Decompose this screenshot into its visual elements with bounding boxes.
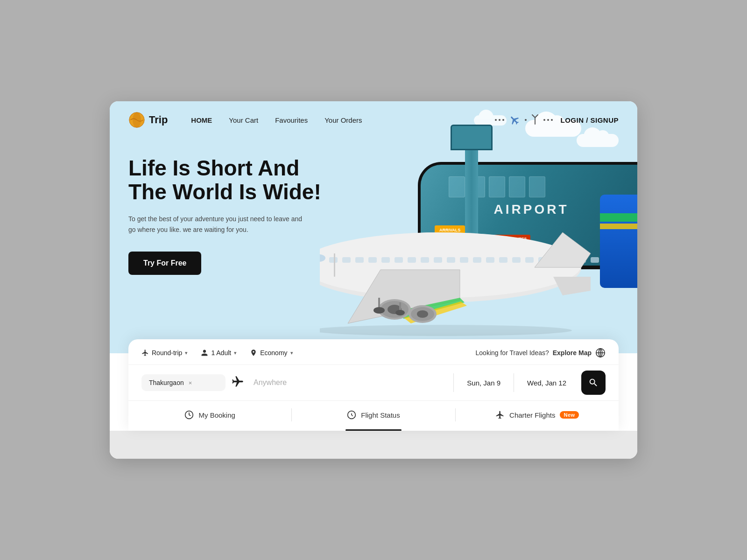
dot-icon [502,119,504,121]
search-panel: Round-trip ▾ 1 Adult ▾ Economy ▾ Looking… [128,339,619,431]
svg-rect-15 [434,257,442,263]
class-chevron: ▾ [290,350,293,356]
hero-title: Life Is Short And The World Is Wide! [128,156,334,203]
airport-illustration: AIRPORT ARRIVALS DOMESTIC DEPARTURES [320,101,637,353]
bottom-tabs: My Booking Flight Status Charter Flights… [128,400,619,431]
route-icon [530,114,540,126]
svg-rect-27 [591,257,599,263]
svg-rect-10 [368,257,377,263]
svg-point-36 [374,307,385,314]
passengers-filter[interactable]: 1 Adult ▾ [201,349,237,357]
logo-icon [128,112,145,128]
cloud-2 [577,134,619,147]
svg-rect-16 [447,257,455,263]
filters-row: Round-trip ▾ 1 Adult ▾ Economy ▾ Looking… [128,339,619,365]
navbar: Trip HOME Your Cart Favourites Your Orde… [110,101,637,128]
nav-cart[interactable]: Your Cart [229,116,258,124]
clear-from-button[interactable]: × [189,379,192,386]
try-free-button[interactable]: Try For Free [128,252,201,275]
booking-icon [184,410,194,420]
nav-right: LOGIN / SIGNUP [495,114,619,126]
globe-icon [595,348,606,358]
dot-icon [543,119,545,121]
svg-rect-20 [499,257,507,263]
dot-icon [499,119,500,121]
search-bar: Thakurgaon × Anywhere Sun, Jan 9 Wed, Ja… [128,365,619,400]
nav-links: HOME Your Cart Favourites Your Orders [191,116,495,124]
nav-home[interactable]: HOME [191,116,212,124]
svg-point-34 [417,310,428,318]
tab-flight-status[interactable]: Flight Status [292,407,455,422]
hero-content: Life Is Short And The World Is Wide! To … [110,128,352,275]
tab-my-booking[interactable]: My Booking [128,407,291,422]
svg-rect-21 [512,257,521,263]
new-badge: New [560,411,578,419]
svg-rect-13 [408,257,416,263]
depart-date[interactable]: Sun, Jan 9 [458,374,510,392]
airplane-body [320,188,637,339]
svg-rect-11 [381,257,390,263]
dot-icon [495,119,497,121]
svg-rect-12 [395,257,403,263]
hero-subtitle: To get the best of your adventure you ju… [128,214,306,235]
plane-icon [507,112,523,128]
dot-icon [547,119,549,121]
from-value: Thakurgaon [149,379,184,386]
svg-rect-18 [473,257,481,263]
from-field[interactable]: Thakurgaon × [141,374,226,391]
login-button[interactable]: LOGIN / SIGNUP [560,116,619,124]
return-date[interactable]: Wed, Jan 12 [518,374,576,392]
svg-rect-22 [525,257,534,263]
charter-icon [495,410,505,420]
hero-section: Trip HOME Your Cart Favourites Your Orde… [110,101,637,353]
svg-rect-9 [355,257,364,263]
svg-rect-17 [460,257,468,263]
triptype-chevron: ▾ [185,350,188,356]
search-button[interactable] [581,371,606,395]
svg-rect-19 [486,257,494,263]
divider-1 [453,373,454,392]
dot-icon [525,119,527,121]
nav-orders[interactable]: Your Orders [324,116,362,124]
flight-direction-icon [226,375,250,390]
svg-rect-14 [421,257,429,263]
class-filter[interactable]: Economy ▾ [250,349,293,357]
svg-point-41 [320,325,572,336]
to-field[interactable]: Anywhere [250,374,450,392]
svg-line-47 [352,415,353,416]
location-icon [250,349,257,357]
nav-utility-icons [495,114,553,126]
plane-small-icon [141,349,149,357]
status-icon [347,410,356,420]
logo[interactable]: Trip [128,112,168,128]
page-footer [110,431,637,459]
nav-favourites[interactable]: Favourites [275,116,308,124]
tab-charter-flights[interactable]: Charter Flights New [456,407,619,422]
divider-2 [514,373,514,392]
person-icon [201,349,208,357]
trip-type-filter[interactable]: Round-trip ▾ [141,349,188,357]
svg-point-38 [395,310,405,315]
explore-map-link[interactable]: Looking for Travel Ideas? Explore Map [476,348,606,358]
dot-icon [551,119,553,121]
passengers-chevron: ▾ [234,350,237,356]
